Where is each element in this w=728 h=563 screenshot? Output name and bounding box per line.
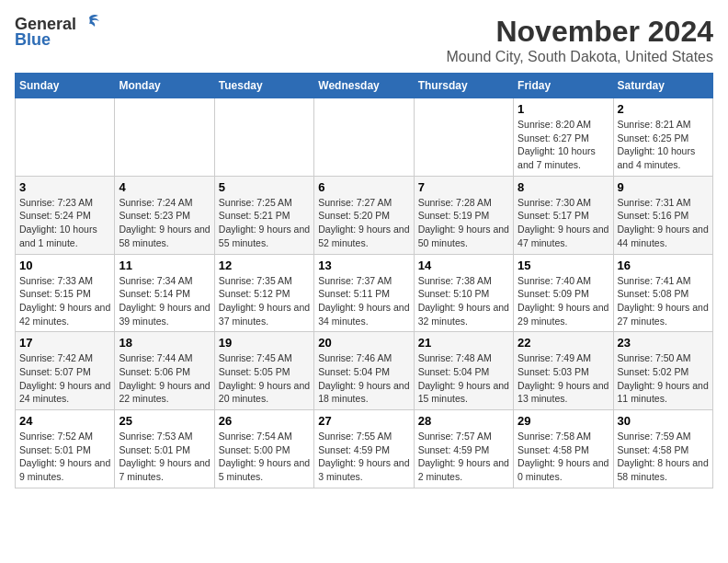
calendar-week-row: 24Sunrise: 7:52 AM Sunset: 5:01 PM Dayli…: [16, 410, 713, 488]
day-info: Sunrise: 7:55 AM Sunset: 4:59 PM Dayligh…: [318, 430, 409, 484]
calendar-day-cell: 19Sunrise: 7:45 AM Sunset: 5:05 PM Dayli…: [214, 332, 313, 410]
day-number: 10: [19, 259, 110, 272]
weekday-header-wednesday: Wednesday: [314, 74, 414, 98]
calendar-day-cell: 7Sunrise: 7:28 AM Sunset: 5:19 PM Daylig…: [414, 176, 513, 254]
calendar-week-row: 3Sunrise: 7:23 AM Sunset: 5:24 PM Daylig…: [16, 176, 713, 254]
calendar-day-cell: 6Sunrise: 7:27 AM Sunset: 5:20 PM Daylig…: [314, 176, 414, 254]
weekday-header-friday: Friday: [514, 74, 613, 98]
calendar-day-cell: 29Sunrise: 7:58 AM Sunset: 4:58 PM Dayli…: [514, 410, 613, 488]
calendar-day-cell: 14Sunrise: 7:38 AM Sunset: 5:10 PM Dayli…: [414, 254, 513, 332]
day-info: Sunrise: 7:38 AM Sunset: 5:10 PM Dayligh…: [418, 274, 509, 328]
location-subtitle: Mound City, South Dakota, United States: [446, 49, 713, 65]
day-info: Sunrise: 8:20 AM Sunset: 6:27 PM Dayligh…: [518, 118, 609, 172]
day-info: Sunrise: 7:24 AM Sunset: 5:23 PM Dayligh…: [119, 196, 210, 250]
day-info: Sunrise: 7:46 AM Sunset: 5:04 PM Dayligh…: [318, 351, 409, 406]
header: General Blue November 2024 Mound City, S…: [15, 15, 713, 65]
day-info: Sunrise: 7:54 AM Sunset: 5:00 PM Dayligh…: [219, 430, 310, 484]
day-number: 14: [418, 259, 509, 272]
day-info: Sunrise: 7:45 AM Sunset: 5:05 PM Dayligh…: [219, 351, 310, 406]
calendar-day-cell: 26Sunrise: 7:54 AM Sunset: 5:00 PM Dayli…: [214, 410, 313, 488]
day-number: 28: [418, 414, 509, 428]
calendar-week-row: 1Sunrise: 8:20 AM Sunset: 6:27 PM Daylig…: [16, 98, 713, 177]
calendar-day-cell: 25Sunrise: 7:53 AM Sunset: 5:01 PM Dayli…: [115, 410, 214, 488]
day-info: Sunrise: 7:33 AM Sunset: 5:15 PM Dayligh…: [19, 274, 110, 328]
calendar-day-cell: [314, 98, 414, 177]
weekday-header-sunday: Sunday: [16, 74, 115, 98]
calendar-header-row: SundayMondayTuesdayWednesdayThursdayFrid…: [16, 74, 713, 98]
day-number: 30: [618, 414, 709, 428]
day-info: Sunrise: 7:34 AM Sunset: 5:14 PM Dayligh…: [119, 274, 210, 328]
day-number: 13: [318, 259, 409, 272]
logo-blue-text: Blue: [15, 30, 51, 50]
day-number: 22: [518, 336, 609, 350]
day-info: Sunrise: 7:48 AM Sunset: 5:04 PM Dayligh…: [418, 351, 509, 406]
calendar-day-cell: 2Sunrise: 8:21 AM Sunset: 6:25 PM Daylig…: [613, 98, 712, 177]
day-info: Sunrise: 7:35 AM Sunset: 5:12 PM Dayligh…: [219, 274, 310, 328]
calendar-day-cell: 13Sunrise: 7:37 AM Sunset: 5:11 PM Dayli…: [314, 254, 414, 332]
calendar-day-cell: 22Sunrise: 7:49 AM Sunset: 5:03 PM Dayli…: [514, 332, 613, 410]
day-number: 12: [219, 259, 310, 272]
calendar-table: SundayMondayTuesdayWednesdayThursdayFrid…: [15, 73, 713, 488]
calendar-day-cell: 15Sunrise: 7:40 AM Sunset: 5:09 PM Dayli…: [514, 254, 613, 332]
day-number: 2: [618, 102, 709, 116]
calendar-day-cell: 8Sunrise: 7:30 AM Sunset: 5:17 PM Daylig…: [514, 176, 613, 254]
day-number: 9: [618, 180, 709, 194]
day-info: Sunrise: 7:58 AM Sunset: 4:58 PM Dayligh…: [518, 430, 609, 484]
logo: General Blue: [15, 15, 100, 50]
calendar-day-cell: 27Sunrise: 7:55 AM Sunset: 4:59 PM Dayli…: [314, 410, 414, 488]
weekday-header-monday: Monday: [115, 74, 214, 98]
calendar-day-cell: 3Sunrise: 7:23 AM Sunset: 5:24 PM Daylig…: [16, 176, 115, 254]
day-info: Sunrise: 7:23 AM Sunset: 5:24 PM Dayligh…: [19, 196, 110, 250]
day-number: 18: [119, 336, 210, 350]
day-info: Sunrise: 7:59 AM Sunset: 4:58 PM Dayligh…: [618, 430, 709, 484]
calendar-day-cell: 16Sunrise: 7:41 AM Sunset: 5:08 PM Dayli…: [613, 254, 712, 332]
calendar-day-cell: [414, 98, 513, 177]
calendar-day-cell: 28Sunrise: 7:57 AM Sunset: 4:59 PM Dayli…: [414, 410, 513, 488]
weekday-header-tuesday: Tuesday: [214, 74, 313, 98]
day-number: 19: [219, 336, 310, 350]
day-info: Sunrise: 7:28 AM Sunset: 5:19 PM Dayligh…: [418, 196, 509, 250]
day-info: Sunrise: 7:41 AM Sunset: 5:08 PM Dayligh…: [618, 274, 709, 328]
calendar-day-cell: 21Sunrise: 7:48 AM Sunset: 5:04 PM Dayli…: [414, 332, 513, 410]
day-info: Sunrise: 7:27 AM Sunset: 5:20 PM Dayligh…: [318, 196, 409, 250]
day-number: 5: [219, 180, 310, 194]
day-number: 26: [219, 414, 310, 428]
day-info: Sunrise: 7:49 AM Sunset: 5:03 PM Dayligh…: [518, 351, 609, 406]
calendar-day-cell: 23Sunrise: 7:50 AM Sunset: 5:02 PM Dayli…: [613, 332, 712, 410]
day-number: 16: [618, 259, 709, 272]
weekday-header-thursday: Thursday: [414, 74, 513, 98]
day-number: 29: [518, 414, 609, 428]
calendar-day-cell: 12Sunrise: 7:35 AM Sunset: 5:12 PM Dayli…: [214, 254, 313, 332]
day-info: Sunrise: 7:31 AM Sunset: 5:16 PM Dayligh…: [618, 196, 709, 250]
calendar-day-cell: [16, 98, 115, 177]
day-number: 3: [19, 180, 110, 194]
day-number: 6: [318, 180, 409, 194]
day-number: 20: [318, 336, 409, 350]
day-info: Sunrise: 7:30 AM Sunset: 5:17 PM Dayligh…: [518, 196, 609, 250]
calendar-day-cell: 18Sunrise: 7:44 AM Sunset: 5:06 PM Dayli…: [115, 332, 214, 410]
day-info: Sunrise: 7:52 AM Sunset: 5:01 PM Dayligh…: [19, 430, 110, 484]
day-number: 23: [618, 336, 709, 350]
calendar-week-row: 10Sunrise: 7:33 AM Sunset: 5:15 PM Dayli…: [16, 254, 713, 332]
calendar-day-cell: 10Sunrise: 7:33 AM Sunset: 5:15 PM Dayli…: [16, 254, 115, 332]
day-number: 8: [518, 180, 609, 194]
day-number: 17: [19, 336, 110, 350]
calendar-day-cell: 1Sunrise: 8:20 AM Sunset: 6:27 PM Daylig…: [514, 98, 613, 177]
day-info: Sunrise: 7:50 AM Sunset: 5:02 PM Dayligh…: [618, 351, 709, 406]
day-info: Sunrise: 7:57 AM Sunset: 4:59 PM Dayligh…: [418, 430, 509, 484]
day-info: Sunrise: 8:21 AM Sunset: 6:25 PM Dayligh…: [618, 118, 709, 172]
day-number: 27: [318, 414, 409, 428]
day-number: 11: [119, 259, 210, 272]
calendar-day-cell: [115, 98, 214, 177]
day-info: Sunrise: 7:25 AM Sunset: 5:21 PM Dayligh…: [219, 196, 310, 250]
month-year-title: November 2024: [446, 15, 713, 49]
day-info: Sunrise: 7:53 AM Sunset: 5:01 PM Dayligh…: [119, 430, 210, 484]
title-area: November 2024 Mound City, South Dakota, …: [446, 15, 713, 65]
day-number: 21: [418, 336, 509, 350]
calendar-day-cell: 24Sunrise: 7:52 AM Sunset: 5:01 PM Dayli…: [16, 410, 115, 488]
calendar-day-cell: 11Sunrise: 7:34 AM Sunset: 5:14 PM Dayli…: [115, 254, 214, 332]
calendar-day-cell: 9Sunrise: 7:31 AM Sunset: 5:16 PM Daylig…: [613, 176, 712, 254]
logo-bird-icon: [78, 14, 100, 32]
calendar-day-cell: 30Sunrise: 7:59 AM Sunset: 4:58 PM Dayli…: [613, 410, 712, 488]
calendar-day-cell: 5Sunrise: 7:25 AM Sunset: 5:21 PM Daylig…: [214, 176, 313, 254]
